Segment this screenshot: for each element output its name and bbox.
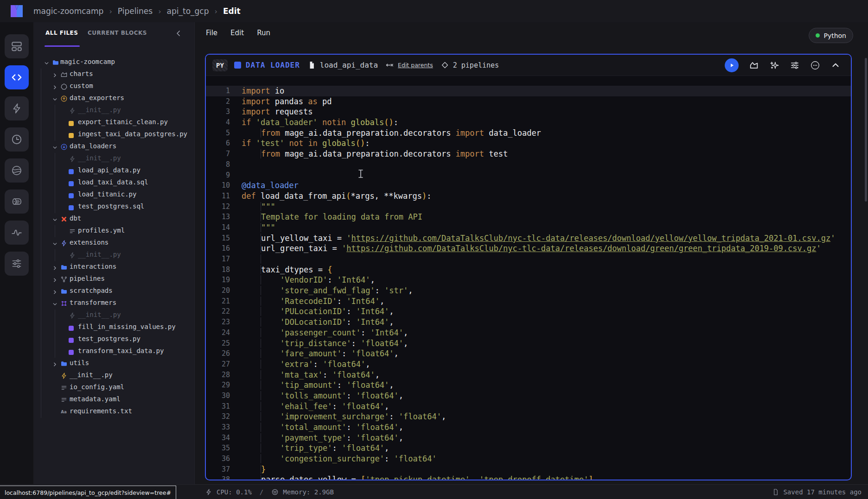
tree-item-custom[interactable]: custom bbox=[33, 81, 194, 93]
breadcrumb-magic-zoomcamp[interactable]: magic-zoomcamp bbox=[33, 6, 103, 16]
chevron-right-icon[interactable] bbox=[52, 288, 58, 294]
chevron-down-icon[interactable] bbox=[52, 300, 58, 306]
tree-item-__init__.py[interactable]: __init__.py bbox=[33, 370, 194, 382]
code-line-8[interactable]: 8 bbox=[206, 159, 851, 170]
code-line-31[interactable]: 31 'ehail_fee': 'float64', bbox=[206, 401, 851, 412]
code-line-35[interactable]: 35 'trip_type': 'float64', bbox=[206, 443, 851, 454]
rail-logs-button[interactable] bbox=[5, 189, 29, 214]
tab-current-blocks[interactable]: CURRENT BLOCKS bbox=[88, 30, 147, 36]
chart-button[interactable] bbox=[749, 60, 759, 70]
tree-item-load_api_data.py[interactable]: load_api_data.py bbox=[33, 165, 194, 177]
code-line-6[interactable]: 6if 'test' not in globals(): bbox=[206, 138, 851, 149]
code-line-33[interactable]: 33 'total_amount': 'float64', bbox=[206, 422, 851, 433]
tree-item-interactions[interactable]: interactions bbox=[33, 261, 194, 273]
code-line-15[interactable]: 15 url_yellow_taxi = 'https://github.com… bbox=[206, 233, 851, 244]
rail-dashboard-button[interactable] bbox=[5, 34, 29, 58]
mage-logo-icon[interactable] bbox=[9, 4, 24, 19]
more-actions-button[interactable] bbox=[810, 60, 820, 70]
code-line-17[interactable]: 17 bbox=[206, 254, 851, 265]
rail-monitor-button[interactable] bbox=[5, 221, 29, 245]
breadcrumb-Edit[interactable]: Edit bbox=[223, 6, 241, 16]
tree-item-test_postgres.sql[interactable]: test_postgres.sql bbox=[33, 201, 194, 213]
code-line-29[interactable]: 29 'tip_amount': 'float64', bbox=[206, 380, 851, 391]
rail-code-editor-button[interactable] bbox=[5, 65, 29, 89]
code-line-30[interactable]: 30 'tolls_amount': 'float64', bbox=[206, 391, 851, 401]
tree-item-fill_in_missing_values.py[interactable]: fill_in_missing_values.py bbox=[33, 322, 194, 334]
menu-run[interactable]: Run bbox=[257, 29, 270, 37]
ai-sparkles-button[interactable] bbox=[769, 60, 779, 70]
code-line-4[interactable]: 4if 'data_loader' notin globals(): bbox=[206, 117, 851, 128]
menu-file[interactable]: File bbox=[206, 29, 217, 37]
rail-global-data-products-button[interactable] bbox=[5, 158, 29, 183]
window-scrollbar[interactable] bbox=[865, 58, 867, 202]
chevron-right-icon[interactable] bbox=[52, 360, 58, 366]
tree-item-__init__.py[interactable]: __init__.py bbox=[33, 249, 194, 261]
code-line-21[interactable]: 21 'RatecodeID': 'Int64', bbox=[206, 296, 851, 307]
chevron-down-icon[interactable] bbox=[52, 216, 58, 222]
code-line-9[interactable]: 9 bbox=[206, 170, 851, 181]
tree-item-io_config.yaml[interactable]: io_config.yaml bbox=[33, 382, 194, 394]
tree-item-load_taxi_data.sql[interactable]: load_taxi_data.sql bbox=[33, 177, 194, 189]
tree-item-export_titanic_clean.py[interactable]: export_titanic_clean.py bbox=[33, 117, 194, 129]
tab-all-files[interactable]: ALL FILES bbox=[45, 30, 78, 36]
chevron-right-icon[interactable] bbox=[52, 264, 58, 270]
block-name[interactable]: load_api_data bbox=[320, 61, 378, 69]
code-line-36[interactable]: 36 'congestion_surcharge': 'float64' bbox=[206, 454, 851, 464]
tree-item-__init__.py[interactable]: __init__.py bbox=[33, 153, 194, 165]
tree-item-scratchpads[interactable]: scratchpads bbox=[33, 285, 194, 297]
rail-triggers-button[interactable] bbox=[5, 96, 29, 120]
tree-item-extensions[interactable]: extensions bbox=[33, 237, 194, 249]
code-line-12[interactable]: 12 """ bbox=[206, 202, 851, 212]
code-line-38[interactable]: 38 parse_dates_yellow = ['tpep_pickup_da… bbox=[206, 474, 851, 480]
chevron-right-icon[interactable] bbox=[52, 83, 58, 89]
tree-item-profiles.yml[interactable]: profiles.yml bbox=[33, 225, 194, 237]
code-line-7[interactable]: 7 from mage_ai.data_preparation.decorato… bbox=[206, 149, 851, 159]
pipelines-count[interactable]: 2 pipelines bbox=[453, 61, 499, 69]
code-line-25[interactable]: 25 'trip_distance': 'float64', bbox=[206, 338, 851, 349]
chevron-down-icon[interactable] bbox=[52, 95, 58, 101]
code-line-27[interactable]: 27 'extra': 'float64', bbox=[206, 359, 851, 370]
code-line-24[interactable]: 24 'passenger_count': 'Int64', bbox=[206, 328, 851, 338]
code-line-18[interactable]: 18 taxi_dtypes = { bbox=[206, 265, 851, 275]
code-line-16[interactable]: 16 url_green_taxi = 'https://github.com/… bbox=[206, 243, 851, 254]
code-line-10[interactable]: 10@data_loader bbox=[206, 180, 851, 191]
code-line-37[interactable]: 37 } bbox=[206, 464, 851, 475]
menu-edit[interactable]: Edit bbox=[230, 29, 244, 37]
tree-item-metadata.yaml[interactable]: metadata.yaml bbox=[33, 394, 194, 406]
chevron-right-icon[interactable] bbox=[52, 71, 58, 77]
tree-item-load_titanic.py[interactable]: load_titanic.py bbox=[33, 189, 194, 201]
code-line-26[interactable]: 26 'fare_amount': 'float64', bbox=[206, 348, 851, 359]
rail-variables-settings-button[interactable] bbox=[5, 252, 29, 276]
code-line-14[interactable]: 14 """ bbox=[206, 222, 851, 233]
rail-runs-history-button[interactable] bbox=[5, 127, 29, 152]
code-line-11[interactable]: 11def load_data_from_api(*args, **kwargs… bbox=[206, 191, 851, 202]
kernel-badge[interactable]: Python bbox=[809, 28, 853, 43]
chevron-down-icon[interactable] bbox=[52, 240, 58, 246]
code-line-13[interactable]: 13 Template for loading data from API bbox=[206, 212, 851, 222]
code-line-28[interactable]: 28 'mta_tax': 'float64', bbox=[206, 370, 851, 380]
collapse-panel-button[interactable] bbox=[174, 29, 183, 38]
tree-item-transformers[interactable]: transformers bbox=[33, 297, 194, 310]
code-line-23[interactable]: 23 'DOLocationID': 'Int64', bbox=[206, 317, 851, 328]
tree-item-__init__.py[interactable]: __init__.py bbox=[33, 105, 194, 117]
tree-item-utils[interactable]: utils bbox=[33, 358, 194, 370]
edit-parents-link[interactable]: Edit parents bbox=[398, 62, 433, 69]
tree-item-dbt[interactable]: dbt bbox=[33, 213, 194, 225]
breadcrumb-api_to_gcp[interactable]: api_to_gcp bbox=[167, 6, 209, 16]
code-line-3[interactable]: 3import requests bbox=[206, 107, 851, 117]
tree-item-requirements.txt[interactable]: Aarequirements.txt bbox=[33, 406, 194, 418]
tree-item-data_loaders[interactable]: data_loaders bbox=[33, 141, 194, 153]
block-settings-button[interactable] bbox=[790, 60, 800, 70]
chevron-down-icon[interactable] bbox=[44, 59, 50, 65]
tree-item-ingest_taxi_data_postgres.py[interactable]: ingest_taxi_data_postgres.py bbox=[33, 129, 194, 141]
chevron-right-icon[interactable] bbox=[52, 276, 58, 282]
tree-item-__init__.py[interactable]: __init__.py bbox=[33, 310, 194, 322]
code-line-22[interactable]: 22 'PULocationID': 'Int64', bbox=[206, 306, 851, 317]
tree-item-pipelines[interactable]: pipelines bbox=[33, 273, 194, 285]
code-line-19[interactable]: 19 'VendorID': 'Int64', bbox=[206, 275, 851, 285]
code-line-34[interactable]: 34 'payment_type': 'float64', bbox=[206, 433, 851, 443]
tree-item-test_postgres.py[interactable]: test_postgres.py bbox=[33, 334, 194, 346]
tree-item-charts[interactable]: charts bbox=[33, 69, 194, 81]
code-line-1[interactable]: 1import io bbox=[206, 86, 851, 96]
collapse-block-button[interactable] bbox=[830, 60, 841, 70]
